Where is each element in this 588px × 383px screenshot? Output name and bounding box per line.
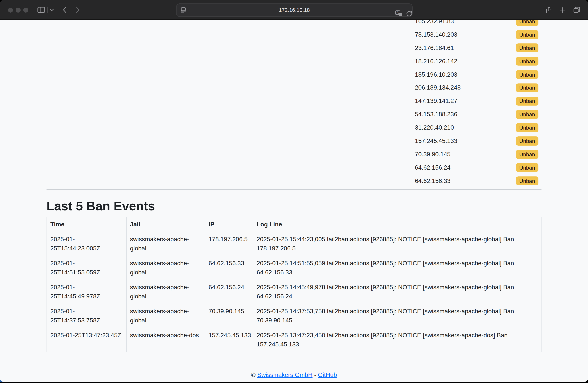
reload-icon[interactable] (405, 4, 413, 23)
chevron-down-icon[interactable] (49, 0, 55, 20)
toolbar-separator (47, 7, 48, 13)
event-logline: 2025-01-25 15:44:23,005 fail2ban.actions… (253, 232, 542, 256)
unban-button[interactable]: Unban (516, 97, 538, 105)
list-item: 64.62.156.33 Unban (415, 174, 538, 187)
banned-ip-address: 18.216.126.142 (415, 58, 457, 65)
unban-button[interactable]: Unban (516, 57, 538, 66)
event-logline: 2025-01-25 14:51:55,059 fail2ban.actions… (253, 256, 542, 280)
banned-ip-list: 165.232.91.83 Unban 78.153.140.203 Unban… (415, 15, 538, 187)
event-ip: 64.62.156.33 (205, 256, 253, 280)
unban-button[interactable]: Unban (516, 150, 538, 159)
share-icon[interactable] (545, 0, 553, 20)
unban-button[interactable]: Unban (516, 177, 538, 185)
forward-icon[interactable] (75, 0, 81, 20)
tab-overview-icon[interactable] (572, 0, 581, 20)
github-link[interactable]: GitHub (318, 372, 337, 378)
banned-ip-address: 64.62.156.24 (415, 164, 451, 171)
event-logline: 2025-01-25 14:45:49,978 fail2ban.actions… (253, 280, 542, 304)
unban-button[interactable]: Unban (516, 123, 538, 132)
event-logline: 2025-01-25 13:47:23,450 fail2ban.actions… (253, 328, 542, 352)
event-ip: 157.245.45.133 (205, 328, 253, 352)
banned-ip-address: 54.153.188.236 (415, 111, 457, 118)
event-jail: swissmakers-apache-global (126, 256, 205, 280)
banned-ip-address: 78.153.140.203 (415, 31, 457, 38)
table-row: 2025-01-25T15:44:23.005Z swissmakers-apa… (47, 232, 542, 256)
list-item: 54.153.188.236 Unban (415, 108, 538, 121)
column-header-time: Time (47, 217, 126, 232)
window-minimize-button[interactable] (16, 7, 21, 12)
table-header-row: Time Jail IP Log Line (47, 217, 542, 232)
event-jail: swissmakers-apache-global (126, 304, 205, 328)
list-item: 70.39.90.145 Unban (415, 148, 538, 161)
banned-ip-address: 157.245.45.133 (415, 138, 457, 144)
translate-icon[interactable]: A x (394, 4, 403, 23)
list-item: 157.245.45.133 Unban (415, 134, 538, 148)
table-row: 2025-01-25T13:47:23.45Z swissmakers-apac… (47, 328, 542, 352)
ban-events-table: Time Jail IP Log Line 2025-01-25T15:44:2… (46, 217, 542, 352)
window-zoom-button[interactable] (23, 7, 28, 12)
event-jail: swissmakers-apache-global (126, 280, 205, 304)
event-jail: swissmakers-apache-global (126, 232, 205, 256)
banned-ip-address: 206.189.134.248 (415, 84, 461, 91)
banned-ip-address: 23.176.184.61 (415, 44, 454, 51)
list-item: 147.139.141.27 Unban (415, 95, 538, 108)
list-item: 64.62.156.24 Unban (415, 161, 538, 174)
unban-button[interactable]: Unban (516, 136, 538, 145)
company-link[interactable]: Swissmakers GmbH (257, 372, 313, 378)
event-time: 2025-01-25T15:44:23.005Z (47, 232, 126, 256)
event-ip: 64.62.156.24 (205, 280, 253, 304)
event-ip: 178.197.206.5 (205, 232, 253, 256)
page-footer: © Swissmakers GmbH - GitHub (0, 372, 588, 378)
browser-toolbar: 172.16.10.18 A x (0, 0, 588, 20)
banned-ip-address: 70.39.90.145 (415, 151, 451, 158)
unban-button[interactable]: Unban (516, 163, 538, 172)
event-time: 2025-01-25T14:37:53.758Z (47, 304, 126, 328)
event-time: 2025-01-25T13:47:23.45Z (47, 328, 126, 352)
list-item: 18.216.126.142 Unban (415, 55, 538, 68)
banned-ip-address: 147.139.141.27 (415, 98, 457, 105)
list-item: 206.189.134.248 Unban (415, 81, 538, 95)
copyright-icon: © (251, 372, 256, 378)
screen: 165.232.91.83 Unban 78.153.140.203 Unban… (0, 0, 588, 383)
event-ip: 70.39.90.145 (205, 304, 253, 328)
event-time: 2025-01-25T14:45:49.978Z (47, 280, 126, 304)
sidebar-icon[interactable] (37, 0, 46, 20)
unban-button[interactable]: Unban (516, 83, 538, 92)
banned-ip-address: 64.62.156.33 (415, 177, 451, 184)
table-row: 2025-01-25T14:37:53.758Z swissmakers-apa… (47, 304, 542, 328)
list-item: 23.176.184.61 Unban (415, 41, 538, 55)
event-jail: swissmakers-apache-dos (126, 328, 205, 352)
event-time: 2025-01-25T14:51:55.059Z (47, 256, 126, 280)
svg-text:x: x (399, 13, 400, 16)
address-bar[interactable]: 172.16.10.18 A x (176, 3, 413, 17)
web-page: 165.232.91.83 Unban 78.153.140.203 Unban… (0, 0, 588, 382)
browser-window: 165.232.91.83 Unban 78.153.140.203 Unban… (0, 0, 588, 382)
column-header-ip: IP (205, 217, 253, 232)
url-text: 172.16.10.18 (177, 7, 412, 13)
footer-separator: - (314, 372, 316, 378)
table-row: 2025-01-25T14:45:49.978Z swissmakers-apa… (47, 280, 542, 304)
list-item: 78.153.140.203 Unban (415, 28, 538, 41)
section-divider (46, 189, 542, 190)
svg-text:A: A (396, 11, 399, 15)
banned-ip-address: 185.196.10.203 (415, 71, 457, 78)
list-item: 31.220.40.210 Unban (415, 121, 538, 134)
banned-ip-address: 31.220.40.210 (415, 124, 454, 131)
table-row: 2025-01-25T14:51:55.059Z swissmakers-apa… (47, 256, 542, 280)
page-title: Last 5 Ban Events (46, 199, 155, 213)
unban-button[interactable]: Unban (516, 70, 538, 79)
back-icon[interactable] (61, 0, 67, 20)
unban-button[interactable]: Unban (516, 30, 538, 39)
list-item: 185.196.10.203 Unban (415, 68, 538, 81)
event-logline: 2025-01-25 14:37:53,758 fail2ban.actions… (253, 304, 542, 328)
new-tab-icon[interactable] (558, 0, 567, 20)
column-header-jail: Jail (126, 217, 205, 232)
column-header-logline: Log Line (253, 217, 542, 232)
unban-button[interactable]: Unban (516, 43, 538, 52)
unban-button[interactable]: Unban (516, 110, 538, 119)
window-close-button[interactable] (8, 7, 13, 12)
